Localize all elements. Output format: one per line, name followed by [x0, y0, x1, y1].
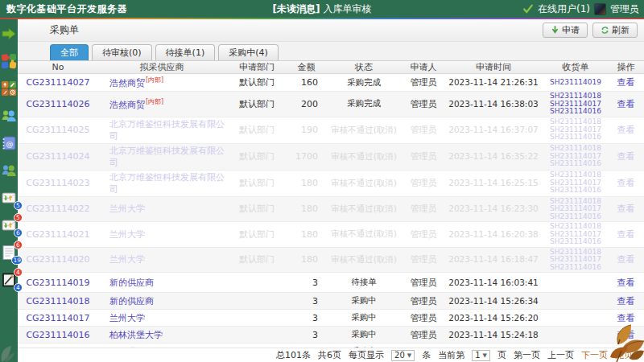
- supplier-link[interactable]: 兰州大学: [109, 229, 145, 240]
- order-no-link[interactable]: CG231114023: [26, 178, 89, 188]
- applicant-cell: 管理员: [403, 276, 444, 290]
- supplier-link[interactable]: 北京万维鉴恒科技发展有限公司: [109, 172, 225, 195]
- tab-purchasing[interactable]: 采购中(4): [218, 44, 279, 60]
- refresh-button[interactable]: 刷新: [592, 23, 638, 38]
- view-link[interactable]: 查看: [617, 125, 635, 135]
- tab-pending-accept[interactable]: 待接单(1): [155, 44, 216, 60]
- receipt-link[interactable]: SH231114016: [543, 108, 608, 116]
- receipt-link[interactable]: SH231114016: [543, 134, 608, 142]
- supplier-link[interactable]: 浩然商贸: [109, 100, 145, 110]
- view-link[interactable]: 查看: [617, 151, 635, 162]
- supplier-link[interactable]: 兰州大学: [109, 313, 145, 323]
- receipt-link[interactable]: SH231114016: [543, 213, 608, 221]
- current-page-unit-label: 页: [497, 349, 506, 361]
- view-link[interactable]: 查看: [617, 178, 635, 188]
- notice-area[interactable]: [未读消息]入库单审核: [273, 2, 372, 16]
- status-text: 审核不通过(取消): [331, 151, 397, 161]
- supplier-link[interactable]: 兰州大学: [109, 254, 145, 265]
- order-no-link[interactable]: CG231114020: [26, 254, 89, 265]
- view-link[interactable]: 查看: [617, 99, 635, 109]
- order-no-link[interactable]: CG231114017: [26, 313, 89, 323]
- supplier-cell: 北京万维鉴恒科技发展有限公司: [98, 117, 225, 143]
- applicant-cell: 管理员: [403, 97, 444, 111]
- action-cell: 查看: [608, 76, 644, 89]
- order-no-link[interactable]: CG231114027: [26, 77, 89, 88]
- applicant-text: 管理员: [411, 151, 437, 162]
- apply-button[interactable]: 申请: [543, 23, 588, 38]
- sidebar-item-4[interactable]: @: [1, 135, 17, 151]
- unread-message-tag[interactable]: [未读消息]: [273, 3, 320, 14]
- order-no-link[interactable]: CG231114026: [26, 99, 89, 109]
- last-page-link[interactable]: 尾页: [615, 349, 633, 361]
- per-page-select[interactable]: 20▼: [391, 350, 415, 361]
- sidebar-item-7[interactable]: 56: [1, 217, 17, 233]
- supplier-link[interactable]: 北京万维鉴恒科技发展有限公司: [109, 119, 225, 142]
- view-link[interactable]: 查看: [617, 77, 635, 88]
- next-page-link[interactable]: 下一页: [581, 349, 608, 361]
- receipt-link[interactable]: SH231114016: [543, 238, 608, 246]
- table-row: CG231114021兰州大学默认部门180审核不通过(取消)管理员2023-1…: [18, 222, 644, 248]
- amount-text: 3: [312, 313, 318, 323]
- status-text: 采购完成: [347, 98, 381, 108]
- username-label[interactable]: 管理员: [610, 2, 639, 16]
- sidebar-item-0[interactable]: [1, 26, 17, 42]
- apply-time-text: 2023-11-14 16:37:07: [448, 125, 539, 134]
- view-link[interactable]: 查看: [617, 229, 635, 240]
- department-text: 默认部门: [239, 178, 275, 188]
- receipt-link[interactable]: SH231114016: [543, 160, 608, 168]
- order-no-link[interactable]: CG231114024: [26, 151, 89, 162]
- view-link[interactable]: 查看: [617, 204, 635, 214]
- view-link[interactable]: 查看: [617, 296, 635, 306]
- sidebar-item-6[interactable]: 5: [1, 190, 17, 206]
- order-no-link[interactable]: CG231114016: [26, 330, 89, 340]
- view-link[interactable]: 查看: [617, 278, 635, 288]
- view-link[interactable]: 查看: [617, 330, 635, 340]
- amount-cell: 180: [288, 203, 324, 215]
- refresh-icon: [601, 26, 609, 35]
- sidebar-item-2[interactable]: [1, 80, 17, 97]
- department-cell: 默认部门: [225, 176, 288, 190]
- tab-pending-review[interactable]: 待审核(0): [92, 44, 152, 60]
- sidebar-item-5[interactable]: [1, 162, 17, 179]
- receipt-link[interactable]: SH231114016: [543, 187, 608, 195]
- amount-cell: 180: [288, 177, 324, 189]
- supplier-link[interactable]: 柏林洪堡大学: [109, 330, 163, 340]
- order-no-link[interactable]: CG231114025: [26, 125, 89, 135]
- supplier-link[interactable]: 浩然商贸: [109, 78, 145, 88]
- apply-time-cell: 2023-11-14 16:37:07: [444, 124, 543, 136]
- online-users-label[interactable]: 在线用户(1): [538, 2, 590, 16]
- order-no-link[interactable]: CG231114021: [26, 229, 89, 240]
- receipts-cell: [543, 317, 608, 319]
- apply-time-cell: 2023-11-14 15:26:20: [444, 312, 543, 324]
- amount-text: 3: [312, 296, 318, 306]
- amount-cell: 3: [288, 329, 324, 341]
- sidebar-item-8[interactable]: 619: [1, 245, 17, 261]
- status-cell: 采购中: [324, 311, 403, 324]
- sidebar-item-1[interactable]: [1, 53, 17, 69]
- sidebar-item-9[interactable]: 44: [1, 272, 17, 288]
- order-no-link[interactable]: CG231114022: [26, 204, 89, 214]
- order-no-link[interactable]: CG231114019: [26, 278, 89, 288]
- supplier-link[interactable]: 新的供应商: [109, 278, 154, 288]
- applicant-cell: 管理员: [403, 228, 444, 241]
- receipt-link[interactable]: SH231114016: [543, 264, 608, 272]
- view-link[interactable]: 查看: [617, 313, 635, 323]
- order-no-cell: CG231114022: [18, 203, 98, 215]
- sidebar-item-3[interactable]: [1, 108, 17, 124]
- current-page-select[interactable]: 1▼: [472, 350, 490, 361]
- tab-all[interactable]: 全部: [50, 44, 89, 60]
- supplier-link[interactable]: 新的供应商: [109, 296, 154, 306]
- view-link[interactable]: 查看: [617, 254, 635, 265]
- notice-text[interactable]: 入库单审核: [323, 3, 371, 14]
- avatar[interactable]: [594, 3, 606, 15]
- order-no-link[interactable]: CG231114018: [26, 296, 89, 306]
- receipt-link[interactable]: SH231114019: [543, 79, 608, 87]
- supplier-link[interactable]: 兰州大学: [109, 204, 145, 214]
- notification-badge: 5: [14, 213, 23, 222]
- amount-text: 190: [301, 125, 318, 135]
- prev-page-link[interactable]: 上一页: [547, 349, 574, 361]
- amount-text: 200: [301, 99, 318, 109]
- table-row: CG231114024北京万维鉴恒科技发展有限公司默认部门1700审核不通过(取…: [18, 144, 644, 171]
- supplier-link[interactable]: 北京万维鉴恒科技发展有限公司: [109, 146, 225, 168]
- first-page-link[interactable]: 第一页: [514, 349, 540, 361]
